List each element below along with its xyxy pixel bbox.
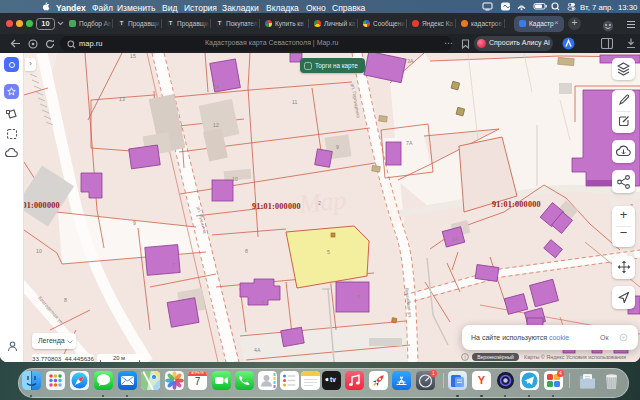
svg-text:9: 9 xyxy=(336,144,339,150)
svg-text:Мар: Мар xyxy=(297,185,348,219)
svg-text:4: 4 xyxy=(261,299,264,305)
svg-text:4А: 4А xyxy=(254,347,261,353)
svg-text:i: i xyxy=(464,354,465,360)
svg-text:91:01:000000: 91:01:000000 xyxy=(252,202,301,211)
svg-text:tv: tv xyxy=(330,376,336,383)
svg-text:6: 6 xyxy=(357,294,360,300)
svg-text:13: 13 xyxy=(119,96,125,102)
svg-text:9: 9 xyxy=(133,220,136,226)
svg-text:10: 10 xyxy=(232,176,238,182)
svg-text:15: 15 xyxy=(130,53,136,59)
svg-text:10: 10 xyxy=(36,248,42,254)
svg-text:91:01:000000: 91:01:000000 xyxy=(492,200,541,209)
svg-text:14: 14 xyxy=(213,84,219,90)
svg-text:8: 8 xyxy=(64,297,67,303)
svg-text:12: 12 xyxy=(213,122,219,128)
svg-text:3А: 3А xyxy=(407,58,414,64)
svg-text:7: 7 xyxy=(172,262,175,268)
svg-text:11: 11 xyxy=(292,99,297,105)
svg-text:5: 5 xyxy=(327,249,330,255)
svg-text:2: 2 xyxy=(318,200,321,206)
svg-text:8: 8 xyxy=(245,248,248,254)
svg-text:7А: 7А xyxy=(406,140,413,146)
svg-text:1А: 1А xyxy=(452,236,459,242)
